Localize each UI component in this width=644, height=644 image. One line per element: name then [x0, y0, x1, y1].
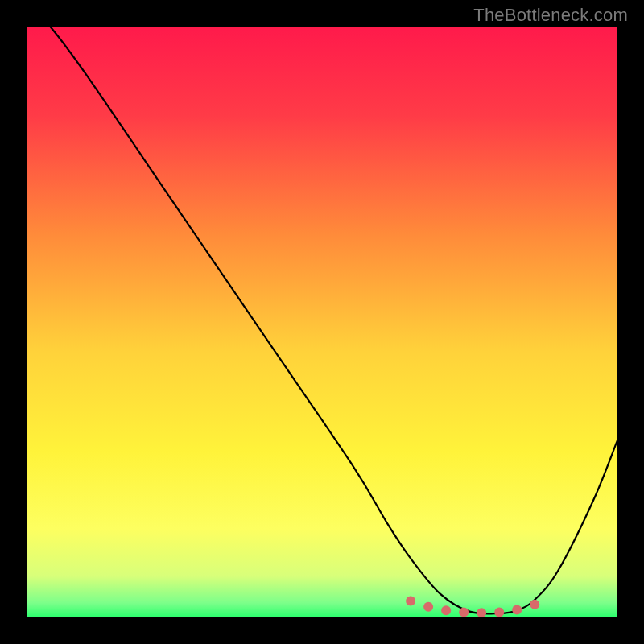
- marker-dot: [530, 600, 539, 609]
- marker-dot: [477, 608, 486, 617]
- marker-dot: [441, 605, 451, 615]
- curve-layer: [27, 27, 617, 617]
- marker-dot: [459, 607, 469, 617]
- bottleneck-curve: [27, 27, 617, 613]
- chart-frame: TheBottleneck.com: [0, 0, 644, 644]
- watermark-label: TheBottleneck.com: [473, 5, 628, 26]
- marker-dot: [406, 596, 415, 605]
- marker-dot: [423, 602, 433, 612]
- marker-dot: [494, 607, 504, 617]
- marker-dot: [512, 605, 522, 614]
- plot-area: [27, 27, 617, 617]
- bottom-markers: [406, 596, 539, 617]
